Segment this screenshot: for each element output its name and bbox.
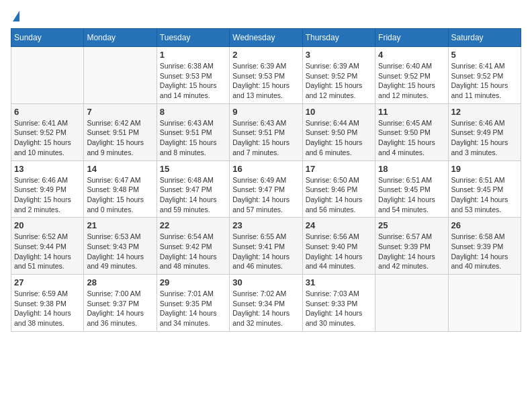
day-number: 6 [14, 107, 81, 117]
day-number: 7 [87, 107, 153, 117]
day-number: 24 [306, 220, 372, 230]
day-info: Sunrise: 6:39 AM Sunset: 9:53 PM Dayligh… [232, 61, 299, 101]
day-number: 22 [160, 220, 226, 230]
day-info: Sunrise: 6:51 AM Sunset: 9:45 PM Dayligh… [451, 175, 518, 215]
page-header [11, 11, 521, 23]
day-number: 2 [232, 50, 299, 60]
day-number: 31 [306, 277, 372, 287]
calendar-week-row: 20Sunrise: 6:52 AM Sunset: 9:44 PM Dayli… [11, 218, 521, 275]
calendar-cell: 7Sunrise: 6:42 AM Sunset: 9:51 PM Daylig… [84, 103, 157, 161]
day-number: 11 [378, 107, 445, 117]
calendar-cell: 11Sunrise: 6:45 AM Sunset: 9:50 PM Dayli… [375, 103, 448, 161]
day-info: Sunrise: 6:38 AM Sunset: 9:53 PM Dayligh… [160, 61, 226, 101]
day-info: Sunrise: 6:43 AM Sunset: 9:51 PM Dayligh… [232, 118, 299, 158]
day-number: 12 [451, 107, 518, 117]
calendar-cell: 26Sunrise: 6:58 AM Sunset: 9:39 PM Dayli… [448, 218, 521, 275]
day-number: 13 [14, 164, 81, 174]
calendar-cell: 2Sunrise: 6:39 AM Sunset: 9:53 PM Daylig… [230, 47, 302, 104]
day-number: 29 [160, 277, 226, 287]
day-info: Sunrise: 6:46 AM Sunset: 9:49 PM Dayligh… [451, 118, 518, 158]
day-number: 30 [232, 277, 299, 287]
calendar-cell: 19Sunrise: 6:51 AM Sunset: 9:45 PM Dayli… [448, 161, 521, 218]
calendar-cell: 10Sunrise: 6:44 AM Sunset: 9:50 PM Dayli… [302, 103, 375, 161]
weekday-header-friday: Friday [375, 29, 448, 47]
calendar-cell: 29Sunrise: 7:01 AM Sunset: 9:35 PM Dayli… [157, 275, 229, 332]
day-number: 19 [451, 164, 518, 174]
day-number: 8 [160, 107, 226, 117]
calendar-cell: 18Sunrise: 6:51 AM Sunset: 9:45 PM Dayli… [375, 161, 448, 218]
day-info: Sunrise: 7:02 AM Sunset: 9:34 PM Dayligh… [232, 289, 299, 328]
calendar-cell: 21Sunrise: 6:53 AM Sunset: 9:43 PM Dayli… [84, 218, 157, 275]
calendar-cell [11, 47, 84, 104]
calendar-cell: 6Sunrise: 6:41 AM Sunset: 9:52 PM Daylig… [11, 103, 84, 161]
day-info: Sunrise: 6:40 AM Sunset: 9:52 PM Dayligh… [378, 61, 445, 101]
day-number: 5 [451, 50, 518, 60]
calendar-cell: 13Sunrise: 6:46 AM Sunset: 9:49 PM Dayli… [11, 161, 84, 218]
day-info: Sunrise: 6:43 AM Sunset: 9:51 PM Dayligh… [160, 118, 226, 158]
calendar-cell: 20Sunrise: 6:52 AM Sunset: 9:44 PM Dayli… [11, 218, 84, 275]
day-info: Sunrise: 6:58 AM Sunset: 9:39 PM Dayligh… [451, 232, 518, 271]
day-number: 17 [306, 164, 372, 174]
day-number: 21 [87, 220, 153, 230]
day-number: 28 [87, 277, 153, 287]
day-info: Sunrise: 6:41 AM Sunset: 9:52 PM Dayligh… [451, 61, 518, 101]
calendar-cell: 1Sunrise: 6:38 AM Sunset: 9:53 PM Daylig… [157, 47, 229, 104]
logo [11, 11, 19, 23]
weekday-header-sunday: Sunday [11, 29, 84, 47]
day-info: Sunrise: 6:51 AM Sunset: 9:45 PM Dayligh… [378, 175, 445, 215]
calendar-cell: 16Sunrise: 6:49 AM Sunset: 9:47 PM Dayli… [230, 161, 302, 218]
day-info: Sunrise: 6:39 AM Sunset: 9:52 PM Dayligh… [306, 61, 372, 101]
calendar-cell: 25Sunrise: 6:57 AM Sunset: 9:39 PM Dayli… [375, 218, 448, 275]
day-info: Sunrise: 6:54 AM Sunset: 9:42 PM Dayligh… [160, 232, 226, 271]
day-info: Sunrise: 6:55 AM Sunset: 9:41 PM Dayligh… [232, 232, 299, 271]
day-number: 20 [14, 220, 81, 230]
day-number: 16 [232, 164, 299, 174]
weekday-header-tuesday: Tuesday [157, 29, 229, 47]
day-number: 23 [232, 220, 299, 230]
day-info: Sunrise: 7:00 AM Sunset: 9:37 PM Dayligh… [87, 289, 153, 328]
day-info: Sunrise: 6:49 AM Sunset: 9:47 PM Dayligh… [232, 175, 299, 215]
logo-triangle-icon [13, 11, 19, 21]
day-number: 1 [160, 50, 226, 60]
day-info: Sunrise: 6:59 AM Sunset: 9:38 PM Dayligh… [14, 289, 81, 328]
weekday-header-monday: Monday [84, 29, 157, 47]
calendar-cell: 15Sunrise: 6:48 AM Sunset: 9:47 PM Dayli… [157, 161, 229, 218]
day-info: Sunrise: 6:41 AM Sunset: 9:52 PM Dayligh… [14, 118, 81, 158]
day-number: 4 [378, 50, 445, 60]
calendar-cell: 30Sunrise: 7:02 AM Sunset: 9:34 PM Dayli… [230, 275, 302, 332]
day-info: Sunrise: 6:56 AM Sunset: 9:40 PM Dayligh… [306, 232, 372, 271]
calendar-cell [84, 47, 157, 104]
calendar-cell: 8Sunrise: 6:43 AM Sunset: 9:51 PM Daylig… [157, 103, 229, 161]
day-number: 10 [306, 107, 372, 117]
day-number: 26 [451, 220, 518, 230]
weekday-header-saturday: Saturday [448, 29, 521, 47]
day-info: Sunrise: 6:48 AM Sunset: 9:47 PM Dayligh… [160, 175, 226, 215]
calendar-cell: 5Sunrise: 6:41 AM Sunset: 9:52 PM Daylig… [448, 47, 521, 104]
calendar-cell: 4Sunrise: 6:40 AM Sunset: 9:52 PM Daylig… [375, 47, 448, 104]
calendar-cell: 3Sunrise: 6:39 AM Sunset: 9:52 PM Daylig… [302, 47, 375, 104]
calendar-cell: 24Sunrise: 6:56 AM Sunset: 9:40 PM Dayli… [302, 218, 375, 275]
day-info: Sunrise: 6:57 AM Sunset: 9:39 PM Dayligh… [378, 232, 445, 271]
calendar-cell: 12Sunrise: 6:46 AM Sunset: 9:49 PM Dayli… [448, 103, 521, 161]
day-number: 3 [306, 50, 372, 60]
day-info: Sunrise: 6:44 AM Sunset: 9:50 PM Dayligh… [306, 118, 372, 158]
day-info: Sunrise: 6:52 AM Sunset: 9:44 PM Dayligh… [14, 232, 81, 271]
calendar-cell: 23Sunrise: 6:55 AM Sunset: 9:41 PM Dayli… [230, 218, 302, 275]
calendar-cell: 28Sunrise: 7:00 AM Sunset: 9:37 PM Dayli… [84, 275, 157, 332]
day-number: 15 [160, 164, 226, 174]
day-number: 14 [87, 164, 153, 174]
day-info: Sunrise: 6:47 AM Sunset: 9:48 PM Dayligh… [87, 175, 153, 215]
day-number: 9 [232, 107, 299, 117]
weekday-header-row: SundayMondayTuesdayWednesdayThursdayFrid… [11, 29, 521, 47]
calendar-week-row: 6Sunrise: 6:41 AM Sunset: 9:52 PM Daylig… [11, 103, 521, 161]
weekday-header-wednesday: Wednesday [230, 29, 302, 47]
calendar-cell [448, 275, 521, 332]
day-number: 27 [14, 277, 81, 287]
weekday-header-thursday: Thursday [302, 29, 375, 47]
day-info: Sunrise: 6:46 AM Sunset: 9:49 PM Dayligh… [14, 175, 81, 215]
calendar-cell [375, 275, 448, 332]
day-number: 25 [378, 220, 445, 230]
day-info: Sunrise: 6:42 AM Sunset: 9:51 PM Dayligh… [87, 118, 153, 158]
day-number: 18 [378, 164, 445, 174]
calendar-cell: 17Sunrise: 6:50 AM Sunset: 9:46 PM Dayli… [302, 161, 375, 218]
